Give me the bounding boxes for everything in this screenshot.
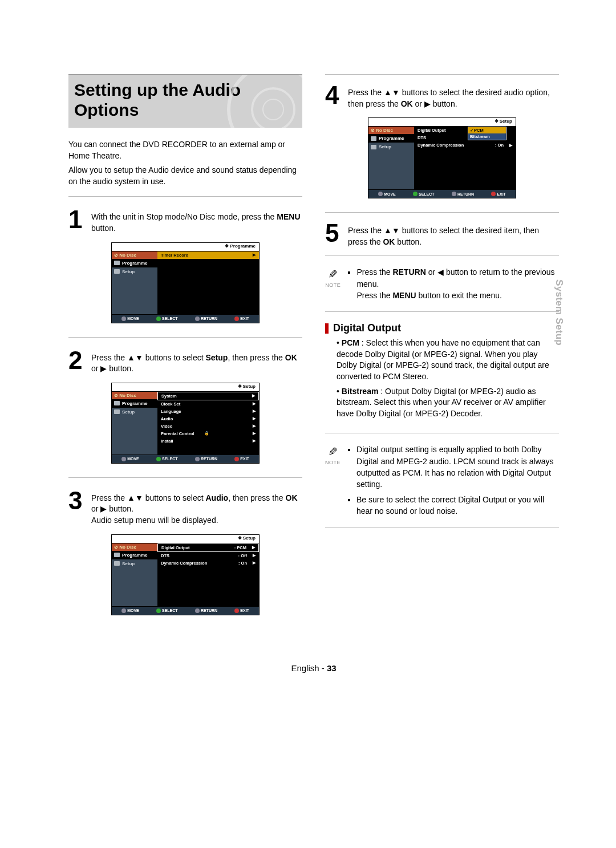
step-1: 1 With the unit in Stop mode/No Disc mod… (68, 209, 302, 234)
gear-icon (114, 561, 120, 566)
tv-icon (114, 261, 120, 265)
osd-side-setup: Setup (112, 408, 157, 416)
select-icon (156, 608, 161, 613)
step-number: 4 (325, 85, 342, 109)
osd-side-setup: Setup (368, 143, 414, 151)
divider (68, 196, 302, 197)
osd-row: Clock Set▶ (157, 400, 259, 408)
manual-page: System Setup Setting up the Audio Option… (0, 0, 616, 707)
divider (68, 337, 302, 338)
osd-nodisc: ⊘ No Disc (368, 127, 414, 134)
osd-row: Dynamic Compression: On▶ (157, 559, 259, 567)
osd-footer: MOVE SELECT RETURN EXIT (111, 314, 260, 323)
osd-screenshot-3: ❖ Setup ⊘ No Disc Programme Setup Digita… (111, 534, 260, 615)
move-icon (121, 457, 126, 461)
step-text: Press the ▲▼ buttons to select the desir… (348, 223, 559, 247)
return-icon (452, 192, 456, 196)
osd-screenshot-2: ❖ Setup ⊘ No Disc Programme Setup System… (111, 383, 260, 464)
exit-icon (234, 317, 239, 321)
left-column: Setting up the Audio Options You can con… (68, 74, 302, 629)
step-4: 4 Press the ▲▼ buttons to select the des… (325, 85, 559, 109)
step-2: 2 Press the ▲▼ buttons to select Setup, … (68, 350, 302, 375)
osd-crumb: ❖ Setup (495, 119, 512, 124)
note-item: Press the RETURN or ◀ button to return t… (356, 266, 559, 301)
divider (325, 255, 559, 256)
note-body: Press the RETURN or ◀ button to return t… (347, 266, 559, 305)
right-column: 4 Press the ▲▼ buttons to select the des… (325, 74, 559, 629)
osd-crumb: ❖ Programme (225, 244, 256, 249)
divider (325, 527, 559, 528)
step-5: 5 Press the ▲▼ buttons to select the des… (325, 223, 559, 247)
osd-row: DTS: Off▶ (157, 552, 259, 559)
divider (325, 212, 559, 213)
select-icon (413, 192, 418, 196)
osd-row: Digital Output ✓PCM Bitstream (414, 127, 516, 134)
osd-row: Audio▶ (157, 415, 259, 423)
osd-side-programme: Programme (112, 551, 157, 559)
divider (325, 311, 559, 312)
tv-icon (114, 553, 120, 557)
osd-row: Install▶ (157, 437, 259, 445)
osd-side-setup: Setup (112, 559, 157, 568)
step-text: Press the ▲▼ buttons to select Setup, th… (91, 350, 302, 375)
step-number: 1 (68, 209, 86, 234)
osd-option: ✓PCM (468, 127, 506, 133)
section-heading: Digital Output (325, 322, 559, 334)
osd-row: System▶ (157, 392, 259, 400)
osd-side-programme: Programme (112, 399, 157, 408)
disc-icon (227, 74, 302, 128)
step-text: Press the ▲▼ buttons to select the desir… (348, 85, 559, 109)
step-number: 2 (68, 350, 86, 375)
tv-icon (371, 136, 376, 141)
exit-icon (491, 192, 496, 196)
osd-row: DTS (414, 134, 516, 141)
divider (325, 74, 559, 75)
osd-footer: MOVE SELECT RETURN EXIT (111, 606, 260, 615)
move-icon (378, 192, 383, 196)
osd-row: Video▶ (157, 423, 259, 430)
move-icon (121, 608, 126, 613)
exit-icon (234, 457, 239, 461)
step-3: 3 Press the ▲▼ buttons to select Audio, … (68, 490, 302, 526)
osd-nodisc: ⊘ No Disc (112, 251, 157, 259)
osd-side-setup: Setup (112, 267, 157, 276)
return-icon (195, 457, 200, 461)
definition-item: • Bitstream : Output Dolby Digital (or M… (337, 386, 559, 420)
divider (325, 433, 559, 433)
osd-nodisc: ⊘ No Disc (112, 543, 157, 551)
intro-1: You can connect the DVD RECORDER to an e… (68, 139, 302, 161)
note-icon: ✎ (325, 266, 341, 283)
step-text: With the unit in Stop mode/No Disc mode,… (91, 209, 302, 234)
gear-icon (371, 145, 376, 149)
title-block: Setting up the Audio Options (68, 74, 302, 128)
osd-row: Digital Output: PCM▶ (157, 543, 259, 552)
side-tab: System Setup (553, 279, 565, 346)
step-number: 3 (68, 490, 86, 526)
accent-bar (325, 323, 329, 334)
tv-icon (114, 401, 120, 405)
osd-side-programme: Programme (368, 134, 414, 143)
return-icon (195, 317, 200, 321)
osd-row: Dynamic Compression: On▶ (414, 141, 516, 149)
return-icon (195, 608, 200, 613)
page-footer: English - 33 (68, 663, 559, 673)
intro-2: Allow you to setup the Audio device and … (68, 165, 302, 187)
lock-icon: 🔒 (204, 431, 209, 436)
note-item: Be sure to select the correct Digital Ou… (356, 494, 559, 517)
osd-row: Parental Control🔒▶ (157, 430, 259, 437)
osd-footer: MOVE SELECT RETURN EXIT (111, 455, 260, 464)
note-item: Digital output setting is equally applie… (356, 444, 559, 490)
definition-list: • PCM : Select this when you have no equ… (325, 338, 559, 419)
note-block-2: ✎ NOTE Digital output setting is equally… (325, 444, 559, 520)
osd-nodisc: ⊘ No Disc (112, 392, 157, 399)
step-text: Press the ▲▼ buttons to select Audio, th… (91, 490, 302, 526)
note-body: Digital output setting is equally applie… (347, 444, 559, 520)
divider (68, 477, 302, 478)
osd-row: Timer Record▶ (157, 251, 259, 259)
osd-row: Language▶ (157, 408, 259, 415)
exit-icon (234, 608, 239, 613)
gear-icon (114, 409, 120, 414)
osd-side-programme: Programme (112, 259, 157, 267)
osd-footer: MOVE SELECT RETURN EXIT (368, 189, 516, 198)
osd-crumb: ❖ Setup (238, 384, 256, 389)
